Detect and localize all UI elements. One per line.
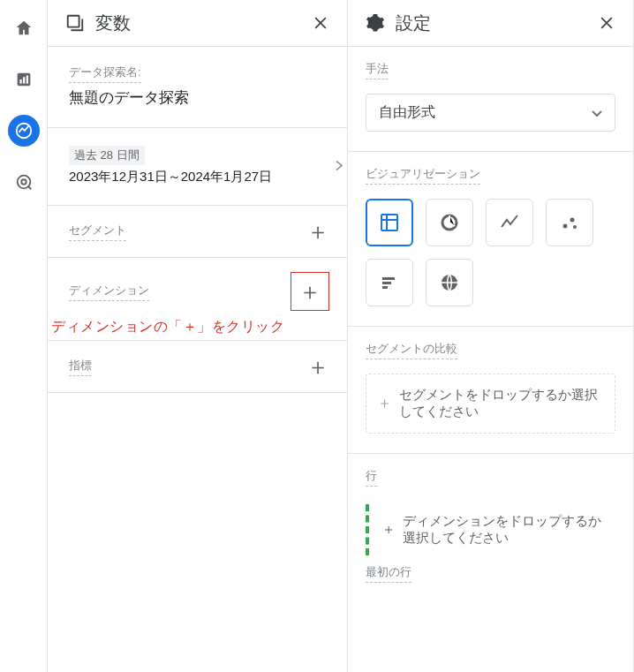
segments-label: セグメント	[69, 223, 126, 241]
plus-icon	[379, 396, 390, 412]
gear-icon	[366, 13, 385, 33]
metrics-section: 指標 ＋	[48, 340, 347, 393]
exploration-name-section[interactable]: データ探索名: 無題のデータ探索	[48, 47, 347, 128]
svg-point-11	[570, 218, 575, 223]
segment-compare-block: セグメントの比較 セグメントをドロップするか選択してください	[348, 327, 633, 454]
explore-icon	[14, 121, 34, 140]
variables-panel: 変数 データ探索名: 無題のデータ探索 過去 28 日間 2023年12月31日…	[48, 0, 348, 672]
svg-rect-2	[23, 77, 25, 83]
segment-compare-label: セグメントの比較	[366, 341, 457, 359]
settings-title: 設定	[396, 11, 431, 35]
variables-title: 変数	[95, 11, 131, 35]
svg-rect-7	[68, 16, 79, 27]
viz-donut-button[interactable]	[426, 199, 473, 246]
rows-block: 行 ディメンションをドロップするか選択してください	[348, 454, 633, 564]
chevron-right-icon	[335, 159, 343, 174]
line-viz-icon	[499, 212, 520, 233]
cutoff-block: 最初の行	[348, 564, 633, 583]
method-block: 手法 自由形式	[348, 47, 633, 152]
method-value: 自由形式	[379, 103, 435, 122]
svg-rect-3	[26, 75, 27, 83]
viz-geo-button[interactable]	[426, 259, 473, 306]
date-range-badge: 過去 28 日間	[69, 146, 145, 165]
svg-point-10	[563, 224, 568, 229]
settings-panel: 設定 手法 自由形式 ビジュアリゼーション	[348, 0, 634, 672]
exploration-name-value: 無題のデータ探索	[69, 88, 329, 108]
nav-reports[interactable]	[8, 64, 40, 95]
svg-point-12	[573, 225, 577, 229]
rows-label: 行	[366, 468, 377, 487]
first-row-label: 最初の行	[366, 564, 411, 583]
settings-close-button[interactable]	[594, 11, 619, 35]
rows-drop-text: ディメンションをドロップするか選択してください	[403, 513, 612, 547]
metrics-label: 指標	[69, 358, 92, 376]
viz-table-button[interactable]	[366, 199, 413, 246]
nav-explore[interactable]	[8, 115, 40, 147]
visualization-grid	[366, 199, 615, 306]
add-metric-button[interactable]: ＋	[306, 355, 329, 378]
settings-panel-header: 設定	[348, 0, 633, 47]
svg-rect-1	[19, 79, 21, 84]
nav-home[interactable]	[8, 12, 40, 44]
bar-viz-icon	[379, 272, 400, 293]
geo-viz-icon	[439, 272, 460, 293]
add-segment-button[interactable]: ＋	[306, 220, 329, 243]
viz-line-button[interactable]	[486, 199, 533, 246]
home-icon	[14, 19, 34, 38]
variables-panel-header: 変数	[48, 0, 347, 47]
dimension-annotation: ディメンションの「＋」をクリック	[41, 314, 347, 340]
method-label: 手法	[366, 61, 389, 79]
donut-viz-icon	[439, 212, 460, 233]
date-range-section[interactable]: 過去 28 日間 2023年12月31日～2024年1月27日	[48, 128, 347, 206]
scatter-viz-icon	[559, 212, 580, 233]
table-viz-icon	[379, 212, 400, 233]
close-icon	[312, 14, 329, 32]
visualization-label: ビジュアリゼーション	[366, 166, 480, 185]
variables-close-button[interactable]	[308, 11, 333, 35]
target-icon	[14, 172, 34, 192]
svg-rect-14	[382, 282, 391, 284]
exploration-name-label: データ探索名:	[69, 64, 141, 83]
segments-section: セグメント ＋	[48, 206, 347, 258]
svg-rect-13	[382, 277, 395, 280]
layers-icon	[65, 13, 85, 33]
dimensions-section: ディメンション ＋	[48, 258, 347, 314]
plus-icon	[383, 522, 394, 538]
svg-rect-8	[381, 215, 397, 230]
segment-drop-text: セグメントをドロップするか選択してください	[399, 387, 602, 420]
visualization-block: ビジュアリゼーション	[348, 152, 633, 327]
svg-rect-15	[382, 286, 388, 289]
close-icon	[598, 14, 615, 32]
add-dimension-button[interactable]: ＋	[298, 280, 321, 303]
dimensions-label: ディメンション	[69, 283, 149, 301]
caret-down-icon	[592, 106, 602, 120]
method-select[interactable]: 自由形式	[366, 94, 615, 132]
nav-admin[interactable]	[8, 166, 40, 198]
viz-scatter-button[interactable]	[546, 199, 593, 246]
add-dimension-button-highlight: ＋	[291, 272, 329, 311]
bar-chart-icon	[14, 70, 34, 89]
rows-drop-zone[interactable]: ディメンションをドロップするか選択してください	[366, 504, 615, 555]
viz-bar-button[interactable]	[366, 259, 413, 306]
segment-drop-zone[interactable]: セグメントをドロップするか選択してください	[366, 374, 615, 434]
svg-point-6	[21, 179, 26, 185]
date-range-value: 2023年12月31日～2024年1月27日	[69, 169, 329, 185]
